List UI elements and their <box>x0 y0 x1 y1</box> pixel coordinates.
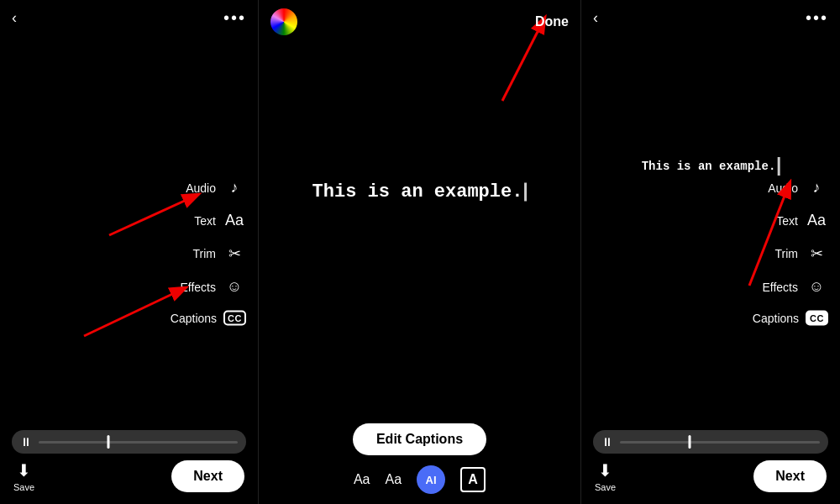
panel1-back-icon[interactable]: ‹ <box>12 9 17 27</box>
panel-2: Done This is an example. Edit Captions A… <box>259 0 581 504</box>
panel1-top-bar: ‹ ••• <box>0 0 258 36</box>
panel2-top-bar: Done <box>259 0 580 44</box>
panel3-captions-icon: CC <box>806 311 828 326</box>
panel2-format-row: Aa Aa AI A <box>354 465 486 494</box>
panel3-text-cursor <box>777 157 780 176</box>
panel3-save-area[interactable]: ⬇ Save <box>595 460 616 492</box>
panel1-more-icon[interactable]: ••• <box>223 8 246 28</box>
panel3-text-icon: Aa <box>805 212 828 229</box>
panel1-menu-trim[interactable]: Trim ✂ <box>193 244 246 263</box>
panel3-back-icon[interactable]: ‹ <box>593 9 598 27</box>
panel3-playback: ⏸ <box>593 430 828 454</box>
panel3-top-bar: ‹ ••• <box>581 0 840 36</box>
panel1-menu-text[interactable]: Text Aa <box>194 212 246 229</box>
panel3-pause-icon[interactable]: ⏸ <box>601 435 613 449</box>
panel3-audio-icon: ♪ <box>805 179 828 197</box>
panel3-menu-audio[interactable]: Audio ♪ <box>768 179 828 197</box>
panel1-progress-track[interactable] <box>39 441 238 444</box>
panel1-trim-label: Trim <box>193 247 216 260</box>
panel1-save-area[interactable]: ⬇ Save <box>13 460 34 492</box>
panel1-next-button[interactable]: Next <box>171 460 244 492</box>
panel2-format-aa2-button[interactable]: Aa <box>386 472 402 487</box>
panel1-save-icon: ⬇ <box>17 460 31 480</box>
panel1-text-icon: Aa <box>223 212 246 229</box>
panel1-menu-audio[interactable]: Audio ♪ <box>186 179 246 197</box>
panel-3: ‹ ••• This is an example. Audio ♪ Text A… <box>581 0 840 504</box>
panel3-text-label: Text <box>776 213 798 227</box>
panel3-audio-label: Audio <box>768 181 798 194</box>
panel2-done-button[interactable]: Done <box>535 14 569 29</box>
panel3-menu-text[interactable]: Text Aa <box>776 212 828 229</box>
panel1-pause-icon[interactable]: ⏸ <box>20 435 32 449</box>
panel1-progress-thumb <box>107 435 109 449</box>
panel1-playback-bar: ⏸ <box>12 430 246 454</box>
panel3-menu-effects[interactable]: Effects ☺ <box>762 278 828 296</box>
panel3-menu: Audio ♪ Text Aa Trim ✂ Effects ☺ Caption… <box>753 179 828 326</box>
panel1-save-label: Save <box>13 482 34 492</box>
panel1-audio-label: Audio <box>186 181 216 194</box>
panel1-audio-icon: ♪ <box>223 179 246 197</box>
panel1-menu: Audio ♪ Text Aa Trim ✂ Effects ☺ Caption… <box>171 179 246 326</box>
panel3-save-icon: ⬇ <box>598 460 612 480</box>
panel1-playback: ⏸ <box>12 430 246 454</box>
panel3-bottom-bar: ⬇ Save Next <box>581 452 840 504</box>
panel1-trim-icon: ✂ <box>223 244 246 263</box>
panel3-effects-label: Effects <box>762 280 798 293</box>
panel3-effects-icon: ☺ <box>805 278 828 296</box>
panel1-text-label: Text <box>194 213 216 227</box>
panel2-text-cursor <box>524 182 527 201</box>
panel1-menu-captions[interactable]: Captions CC <box>171 311 246 326</box>
panel3-trim-icon: ✂ <box>805 244 828 263</box>
panel3-trim-label: Trim <box>775 247 798 260</box>
panel3-menu-trim[interactable]: Trim ✂ <box>775 244 828 263</box>
panel3-menu-captions[interactable]: Captions CC <box>753 311 828 326</box>
panel3-playback-bar: ⏸ <box>593 430 828 454</box>
panel2-format-ai-button[interactable]: AI <box>417 465 445 494</box>
panel2-edit-captions-button[interactable]: Edit Captions <box>353 423 486 455</box>
panel1-menu-effects[interactable]: Effects ☺ <box>180 278 246 296</box>
panel2-preview-text: This is an example. <box>312 181 528 202</box>
panel2-format-aa1-button[interactable]: Aa <box>354 472 370 487</box>
panel1-bottom-bar: ⬇ Save Next <box>0 452 258 504</box>
panel2-format-a-button[interactable]: A <box>460 467 486 492</box>
panel-1: ‹ ••• Audio ♪ Text Aa Trim ✂ Effects ☺ C… <box>0 0 259 504</box>
panel1-effects-icon: ☺ <box>223 278 246 296</box>
panel2-logo <box>270 8 297 35</box>
panel3-save-label: Save <box>595 482 616 492</box>
panel3-preview-text: This is an example. <box>642 157 780 176</box>
panel1-effects-label: Effects <box>180 280 216 293</box>
panel3-progress-track[interactable] <box>620 441 820 444</box>
panel3-next-button[interactable]: Next <box>753 460 827 492</box>
panel1-captions-label: Captions <box>171 312 217 325</box>
panel2-bottom-area: Edit Captions Aa Aa AI A <box>259 423 580 504</box>
panel3-progress-thumb <box>689 435 691 449</box>
panel1-captions-icon: CC <box>223 311 246 326</box>
panel3-more-icon[interactable]: ••• <box>806 8 828 28</box>
panel3-captions-label: Captions <box>753 312 799 325</box>
